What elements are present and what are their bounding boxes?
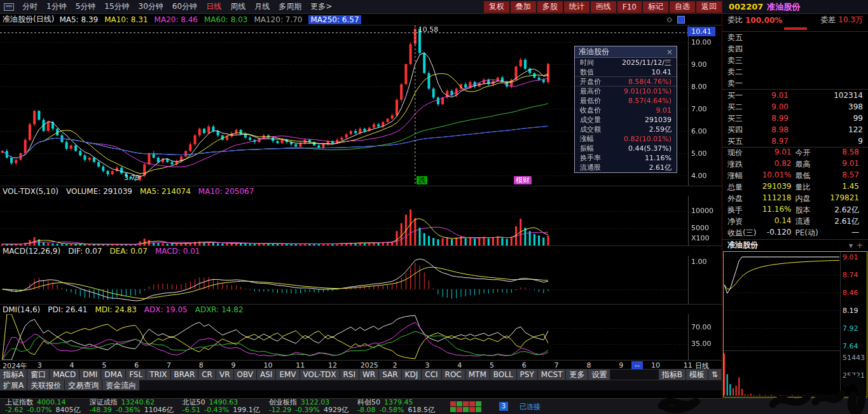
indicator-tab[interactable]: KDJ (402, 369, 422, 380)
tool-button[interactable]: 叠加 (511, 1, 536, 13)
indicator-tab[interactable]: 窗口 (27, 369, 50, 380)
kline-panel[interactable]: 10.41 10.009.008.007.006.005.004.00 10.5… (0, 25, 722, 186)
tool-button[interactable]: F10 (617, 1, 642, 13)
function-tab[interactable]: 关联报价 (27, 380, 65, 390)
index-block[interactable]: 上证指数4000.14-2.62-0.07%8405亿 (5, 399, 80, 414)
indicator-tab[interactable]: RSI (340, 369, 360, 380)
mini-intraday-chart[interactable]: 9.018.748.468.197.927.645144325721 (723, 251, 867, 397)
function-tab[interactable]: 交易查询 (65, 380, 102, 390)
period-item[interactable]: 日线 (202, 1, 226, 12)
tool-button[interactable]: 返回 (696, 1, 722, 13)
sell-row[interactable]: 卖一 (722, 78, 868, 89)
indicator-tab[interactable]: OBV (234, 369, 258, 380)
level-qty: 9 (789, 137, 863, 146)
indicator-tab[interactable]: MTM (465, 369, 490, 380)
panel-resize-icon[interactable]: ⇅ (708, 369, 722, 380)
indicator-tab[interactable]: 指标A (0, 369, 27, 380)
indicator-tab[interactable]: DMA (101, 369, 126, 380)
period-item[interactable]: 1分钟 (42, 1, 71, 12)
index-line2: -12.29-0.39%4929亿 (269, 406, 348, 414)
indicator-tab[interactable]: 设置 (588, 369, 610, 380)
dmi-panel[interactable]: 70.0035.00 (0, 314, 722, 360)
indicator-tab[interactable]: 指标B (659, 369, 686, 380)
index-block[interactable]: 北证501490.63-6.51-0.43%199.1亿 (183, 399, 260, 414)
tool-button[interactable]: 统计 (564, 1, 589, 13)
volume-panel[interactable]: 100005000X100 (0, 196, 722, 245)
ma-labels: MA5: 8.39MA10: 8.31MA20: 8.46MA60: 8.03M… (59, 15, 361, 24)
indicator-tab[interactable]: 模板 (686, 369, 708, 380)
mini-chart-canvas[interactable] (724, 252, 840, 397)
tool-button[interactable]: 画线 (591, 1, 616, 13)
indicator-tab[interactable]: WR (359, 369, 379, 380)
buy-row[interactable]: 买一9.01102314 (722, 90, 868, 101)
function-tab[interactable]: 资金流向 (102, 380, 140, 390)
indicator-tab[interactable]: BOLL (490, 369, 517, 380)
indicator-tab[interactable]: ROC (442, 369, 465, 380)
diamond-icon[interactable]: ◇ (667, 15, 672, 24)
chevron-down-icon[interactable]: ▾ (849, 241, 853, 250)
period-item[interactable]: 15分钟 (100, 1, 134, 12)
indicator-tab[interactable]: BRAR (171, 369, 199, 380)
indicator-tab[interactable]: VR (216, 369, 234, 380)
app-window-icon[interactable] (4, 3, 14, 11)
buy-row[interactable]: 买五8.979 (722, 135, 868, 147)
dmi-canvas[interactable] (0, 314, 688, 360)
index-amount: 199.1亿 (233, 406, 260, 414)
buy-row[interactable]: 买三8.9999 (722, 113, 868, 124)
indicator-tab[interactable]: CCI (422, 369, 441, 380)
period-item[interactable]: 多周期 (274, 1, 306, 12)
sell-row[interactable]: 卖二 (722, 66, 868, 78)
indicator-tab[interactable]: MACD (50, 369, 79, 380)
time-axis-label: 2024年 (3, 361, 27, 371)
sell-row[interactable]: 卖四 (722, 43, 868, 55)
period-item[interactable]: 60分钟 (168, 1, 202, 12)
level-label: 卖五 (727, 32, 752, 43)
macd-canvas[interactable] (0, 256, 688, 304)
indicator-tab[interactable]: EMV (276, 369, 300, 380)
index-block[interactable]: 创业板指3122.03-12.29-0.39%4929亿 (269, 399, 348, 414)
index-block[interactable]: 深证成指13240.62-48.39-0.36%11046亿 (89, 399, 173, 414)
index-line2: -6.51-0.43%199.1亿 (183, 406, 260, 414)
period-item[interactable]: 30分钟 (134, 1, 168, 12)
indicator-tab[interactable]: SAR (379, 369, 401, 380)
mini-chart-tab[interactable]: 准油股份 (727, 240, 758, 251)
tool-button[interactable]: 多股 (537, 1, 563, 13)
price-tick: 10.00 (691, 38, 712, 46)
chart-title[interactable]: 准油股份(日线) (3, 14, 54, 25)
indicator-tab[interactable]: 更多 (566, 369, 588, 380)
buy-row[interactable]: 买二9.00398 (722, 101, 868, 113)
macd-panel[interactable]: 1.00 (0, 256, 722, 304)
period-item[interactable]: 5分钟 (71, 1, 100, 12)
buy-row[interactable]: 买四8.98122 (722, 124, 868, 135)
close-icon[interactable]: × (666, 48, 673, 57)
indicator-tab[interactable]: PSY (517, 369, 538, 380)
index-change: -2.62 (5, 406, 23, 414)
indicator-tab[interactable]: TRIX (146, 369, 170, 380)
indicator-tab[interactable]: VOL-TDX (300, 369, 340, 380)
tool-button[interactable]: 复权 (484, 1, 509, 13)
quote-info-label: 内盘 (796, 193, 811, 205)
volume-canvas[interactable] (0, 196, 688, 245)
index-block[interactable]: 科创501379.45-8.08-0.58%618.5亿 (357, 399, 435, 414)
period-item[interactable]: 周线 (226, 1, 250, 12)
connection-badge[interactable]: 3 (499, 402, 508, 411)
add-icon[interactable]: + (857, 241, 863, 250)
data-popup[interactable]: 准油股份 × 时间2025/11/12/三数值10.41开盘价8.58(4.76… (574, 46, 677, 173)
indicator-tab[interactable]: ASI (257, 369, 276, 380)
indicator-header-part: ADX: 19.05 (144, 305, 188, 314)
heat-block (457, 401, 462, 406)
quote-info-cell: 净资0.14 (727, 216, 796, 228)
tool-button[interactable]: 自选 (670, 1, 695, 13)
period-item[interactable]: 分时 (18, 1, 42, 12)
sell-row[interactable]: 卖三 (722, 55, 868, 66)
overlay-panel-icon[interactable] (677, 16, 685, 24)
period-item[interactable]: 更多> (306, 1, 336, 12)
sell-row[interactable]: 卖五 (722, 32, 868, 43)
period-item[interactable]: 月线 (250, 1, 274, 12)
indicator-tab[interactable]: CR (198, 369, 216, 380)
function-tab[interactable]: 扩展A (0, 380, 27, 390)
indicator-tab[interactable]: FSL (126, 369, 146, 380)
indicator-tab[interactable]: DMI (79, 369, 101, 380)
indicator-tab[interactable]: MCST (538, 369, 567, 380)
tool-button[interactable]: 标记 (643, 1, 668, 13)
